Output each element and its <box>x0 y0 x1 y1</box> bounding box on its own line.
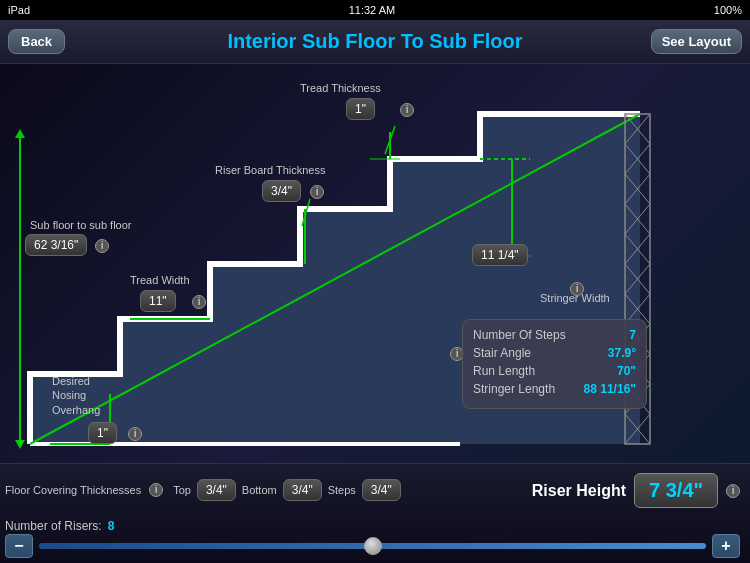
floor-top-label: Top <box>173 484 191 496</box>
stat-row-angle: Stair Angle 37.9° <box>473 346 636 360</box>
subfloor-label: Sub floor to sub floor <box>30 219 132 231</box>
subfloor-info-icon[interactable]: i <box>95 239 109 253</box>
carrier-label: iPad <box>8 4 30 16</box>
floor-steps-label: Steps <box>328 484 356 496</box>
tread-width-label: Tread Width <box>130 274 190 286</box>
header: Back Interior Sub Floor To Sub Floor See… <box>0 20 750 64</box>
floor-steps-box[interactable]: 3/4" <box>362 479 401 501</box>
risers-label: Number of Risers: <box>5 519 102 533</box>
riser-board-box[interactable]: 3/4" <box>262 180 301 202</box>
stat-row-stringer: Stringer Length 88 11/16" <box>473 382 636 396</box>
steps-label: Number Of Steps <box>473 328 566 342</box>
slider-row: − + <box>5 534 740 558</box>
page-title: Interior Sub Floor To Sub Floor <box>227 30 522 53</box>
tread-width-info-icon[interactable]: i <box>192 295 206 309</box>
stats-box: Number Of Steps 7 Stair Angle 37.9° Run … <box>462 319 647 409</box>
floor-covering-label: Floor Covering Thicknesses <box>5 484 141 496</box>
svg-marker-35 <box>15 440 25 449</box>
riser-board-info-icon[interactable]: i <box>310 185 324 199</box>
stringer-label: Stringer Length <box>473 382 555 396</box>
nosing-label: Desired Nosing Overhang <box>52 374 100 417</box>
tread-width-box[interactable]: 11" <box>140 290 176 312</box>
run-value: 70" <box>617 364 636 378</box>
riser-height-section: Riser Height 7 3/4" i <box>532 473 740 508</box>
slider-track[interactable] <box>39 543 706 549</box>
floor-bottom-label: Bottom <box>242 484 277 496</box>
stat-row-steps: Number Of Steps 7 <box>473 328 636 342</box>
angle-label: Stair Angle <box>473 346 531 360</box>
risers-value: 8 <box>108 519 115 533</box>
tread-thickness-label: Tread Thickness <box>300 82 381 94</box>
back-button[interactable]: Back <box>8 29 65 54</box>
floor-top-box[interactable]: 3/4" <box>197 479 236 501</box>
tread-thickness-info-icon[interactable]: i <box>400 103 414 117</box>
stringer-value: 88 11/16" <box>584 382 636 396</box>
riser-height-value[interactable]: 7 3/4" <box>634 473 718 508</box>
battery-label: 100% <box>714 4 742 16</box>
floor-covering-row: Floor Covering Thicknesses i Top 3/4" Bo… <box>5 479 403 501</box>
angle-value: 37.9° <box>608 346 636 360</box>
riser-height-info-icon[interactable]: i <box>726 484 740 498</box>
subfloor-box[interactable]: 62 3/16" <box>25 234 87 256</box>
slider-thumb[interactable] <box>364 537 382 555</box>
steps-value: 7 <box>629 328 636 342</box>
svg-marker-34 <box>15 129 25 138</box>
risers-row: Number of Risers: 8 <box>5 519 550 533</box>
nosing-info-icon[interactable]: i <box>128 427 142 441</box>
status-bar: iPad 11:32 AM 100% <box>0 0 750 20</box>
nosing-box[interactable]: 1" <box>88 422 117 444</box>
slider-plus-button[interactable]: + <box>712 534 740 558</box>
tread-thickness-box[interactable]: 1" <box>346 98 375 120</box>
see-layout-button[interactable]: See Layout <box>651 29 742 54</box>
time-label: 11:32 AM <box>349 4 395 16</box>
main-content: Tread Thickness 1" i Riser Board Thickne… <box>0 64 750 563</box>
riser-height-label: Riser Height <box>532 482 626 500</box>
slider-minus-button[interactable]: − <box>5 534 33 558</box>
stringer-width-info-icon[interactable]: i <box>570 282 584 296</box>
floor-covering-info-icon[interactable]: i <box>149 483 163 497</box>
run-label: Run Length <box>473 364 535 378</box>
floor-bottom-box[interactable]: 3/4" <box>283 479 322 501</box>
bottom-section: Floor Covering Thicknesses i Top 3/4" Bo… <box>0 463 750 563</box>
stringer-width-box[interactable]: 11 1/4" <box>472 244 528 266</box>
riser-board-label: Riser Board Thickness <box>215 164 325 176</box>
stat-row-run: Run Length 70" <box>473 364 636 378</box>
